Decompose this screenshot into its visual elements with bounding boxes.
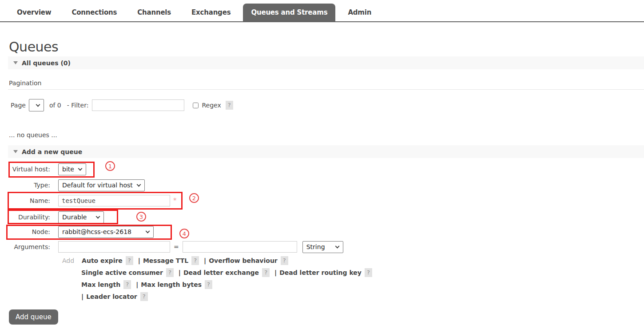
pagination-controls: Page of 0 - Filter: Regex ? — [11, 99, 235, 112]
annotation-marker-2: 2 — [189, 193, 199, 203]
arguments-row: Arguments: = String — [0, 240, 343, 254]
equals-sign: = — [174, 243, 179, 250]
virtual-host-select[interactable]: bite — [58, 163, 86, 175]
regex-help-icon[interactable]: ? — [226, 101, 233, 110]
virtual-host-label: Virtual host: — [0, 166, 50, 173]
collapse-triangle-icon — [13, 61, 18, 64]
argument-key-input[interactable] — [58, 241, 170, 253]
node-select[interactable]: rabbit@hcss-ecs-2618 — [58, 226, 154, 238]
arg-shortcut-dead-letter-routing-key[interactable]: Dead letter routing key — [279, 269, 362, 276]
annotation-marker-4: 4 — [179, 229, 189, 238]
add-queue-section-header[interactable]: Add a new queue — [8, 145, 644, 158]
chevron-down-icon — [136, 182, 141, 187]
no-queues-message: ... no queues ... — [9, 131, 57, 139]
arg-shortcut-overflow-behaviour[interactable]: Overflow behaviour — [209, 257, 278, 264]
arguments-label: Arguments: — [0, 243, 50, 250]
help-icon[interactable]: ? — [123, 280, 131, 289]
regex-label: Regex — [202, 102, 221, 109]
tab-underline — [0, 21, 644, 22]
arg-shortcut-single-active-consumer[interactable]: Single active consumer — [81, 269, 163, 276]
separator: | — [81, 293, 83, 300]
chevron-down-icon — [78, 166, 82, 171]
filter-label: - Filter: — [67, 102, 89, 109]
help-icon[interactable]: ? — [126, 256, 133, 265]
top-tab-bar: Overview Connections Channels Exchanges … — [0, 0, 644, 22]
durability-select[interactable]: Durable — [58, 211, 104, 223]
help-icon[interactable]: ? — [365, 268, 372, 277]
separator: | — [274, 269, 277, 276]
tab-overview[interactable]: Overview — [9, 4, 59, 21]
durability-row: Durability: Durable — [0, 210, 104, 224]
arg-shortcut-max-length-bytes[interactable]: Max length bytes — [141, 281, 202, 288]
queues-page: Overview Connections Channels Exchanges … — [0, 0, 644, 329]
arg-shortcut-leader-locator[interactable]: Leader locator — [86, 293, 137, 300]
page-select[interactable] — [29, 99, 44, 111]
chevron-down-icon — [96, 214, 100, 219]
help-icon[interactable]: ? — [262, 268, 270, 277]
filter-input[interactable] — [92, 99, 184, 111]
page-of-label: of 0 — [49, 102, 61, 109]
arg-shortcut-max-length[interactable]: Max length — [81, 281, 120, 288]
node-row: Node: rabbit@hcss-ecs-2618 — [0, 225, 154, 238]
add-label: Add — [62, 257, 74, 264]
add-queue-section-title: Add a new queue — [22, 148, 82, 155]
durability-label: Durability: — [0, 214, 50, 221]
tab-admin[interactable]: Admin — [340, 4, 379, 21]
tab-queues-and-streams[interactable]: Queues and Streams — [243, 4, 335, 21]
type-select[interactable]: Default for virtual host — [58, 179, 145, 191]
arg-shortcut-auto-expire[interactable]: Auto expire — [82, 257, 123, 264]
separator: | — [179, 269, 181, 276]
type-row: Type: Default for virtual host — [0, 178, 145, 192]
separator: | — [204, 257, 206, 264]
argument-value-input[interactable] — [183, 241, 297, 253]
queue-name-input[interactable] — [58, 195, 170, 206]
annotation-marker-1: 1 — [105, 161, 115, 171]
node-label: Node: — [0, 228, 50, 235]
name-row: Name: * — [0, 194, 177, 207]
pagination-heading: Pagination — [9, 79, 41, 87]
regex-checkbox[interactable] — [193, 103, 199, 108]
separator: | — [138, 257, 140, 264]
help-icon[interactable]: ? — [191, 256, 199, 265]
type-label: Type: — [0, 182, 50, 189]
argument-type-select[interactable]: String — [302, 241, 343, 253]
add-queue-button[interactable]: Add queue — [9, 309, 58, 325]
chevron-down-icon — [146, 229, 150, 234]
annotation-marker-3: 3 — [136, 212, 146, 222]
page-title: Queues — [9, 39, 58, 55]
all-queues-section-header[interactable]: All queues (0) — [8, 56, 644, 69]
help-icon[interactable]: ? — [166, 268, 174, 277]
virtual-host-row: Virtual host: bite — [0, 163, 86, 176]
all-queues-section-title: All queues (0) — [22, 59, 71, 67]
page-label: Page — [11, 102, 26, 109]
chevron-down-icon — [36, 103, 40, 107]
help-icon[interactable]: ? — [140, 292, 148, 301]
argument-shortcuts: Add Auto expire ? | Message TTL ? | Over… — [62, 254, 374, 302]
tab-connections[interactable]: Connections — [64, 4, 125, 21]
arg-shortcut-message-ttl[interactable]: Message TTL — [143, 257, 188, 264]
separator: | — [136, 281, 138, 288]
required-marker: * — [173, 197, 177, 205]
pagination-divider — [8, 89, 644, 90]
arg-shortcut-dead-letter-exchange[interactable]: Dead letter exchange — [183, 269, 259, 276]
help-icon[interactable]: ? — [281, 256, 288, 265]
tab-channels[interactable]: Channels — [129, 4, 179, 21]
tab-exchanges[interactable]: Exchanges — [183, 4, 239, 21]
chevron-down-icon — [335, 244, 339, 249]
collapse-triangle-icon — [13, 150, 18, 153]
name-label: Name: — [0, 197, 50, 204]
help-icon[interactable]: ? — [205, 280, 212, 289]
